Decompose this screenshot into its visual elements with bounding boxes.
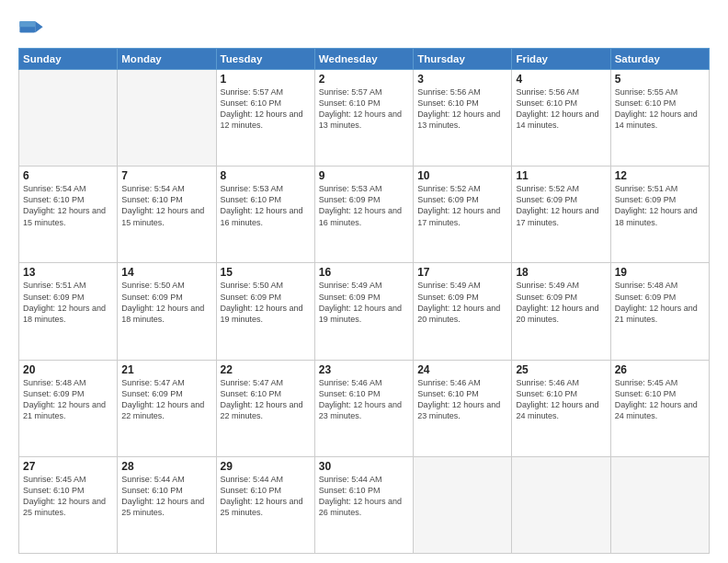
- calendar-cell: 26Sunrise: 5:45 AM Sunset: 6:10 PM Dayli…: [610, 360, 709, 456]
- day-info: Sunrise: 5:52 AM Sunset: 6:09 PM Dayligh…: [417, 183, 507, 228]
- calendar-cell: 11Sunrise: 5:52 AM Sunset: 6:09 PM Dayli…: [512, 167, 610, 263]
- day-info: Sunrise: 5:53 AM Sunset: 6:09 PM Dayligh…: [319, 183, 409, 228]
- day-number: 24: [417, 363, 507, 376]
- day-number: 7: [121, 169, 211, 182]
- day-info: Sunrise: 5:55 AM Sunset: 6:10 PM Dayligh…: [615, 86, 705, 132]
- day-info: Sunrise: 5:48 AM Sunset: 6:09 PM Dayligh…: [23, 377, 113, 422]
- week-row-3: 20Sunrise: 5:48 AM Sunset: 6:09 PM Dayli…: [19, 360, 710, 456]
- day-number: 25: [516, 363, 606, 376]
- col-header-monday: Monday: [118, 49, 216, 70]
- day-number: 19: [615, 266, 705, 279]
- calendar-cell: 14Sunrise: 5:50 AM Sunset: 6:09 PM Dayli…: [118, 263, 216, 360]
- day-number: 28: [121, 460, 211, 473]
- calendar-cell: [512, 456, 610, 553]
- calendar-cell: 5Sunrise: 5:55 AM Sunset: 6:10 PM Daylig…: [610, 70, 709, 167]
- day-info: Sunrise: 5:45 AM Sunset: 6:10 PM Dayligh…: [615, 377, 705, 422]
- day-info: Sunrise: 5:56 AM Sunset: 6:10 PM Dayligh…: [417, 86, 507, 132]
- calendar-cell: 29Sunrise: 5:44 AM Sunset: 6:10 PM Dayli…: [216, 456, 314, 553]
- day-number: 5: [615, 73, 705, 86]
- calendar-cell: 30Sunrise: 5:44 AM Sunset: 6:10 PM Dayli…: [314, 456, 413, 553]
- day-info: Sunrise: 5:54 AM Sunset: 6:10 PM Dayligh…: [23, 183, 113, 228]
- day-info: Sunrise: 5:46 AM Sunset: 6:10 PM Dayligh…: [417, 377, 507, 422]
- calendar-cell: 4Sunrise: 5:56 AM Sunset: 6:10 PM Daylig…: [512, 70, 610, 167]
- day-number: 8: [221, 169, 311, 182]
- day-info: Sunrise: 5:51 AM Sunset: 6:09 PM Dayligh…: [23, 280, 113, 325]
- calendar-cell: 28Sunrise: 5:44 AM Sunset: 6:10 PM Dayli…: [118, 456, 216, 553]
- calendar-cell: 3Sunrise: 5:56 AM Sunset: 6:10 PM Daylig…: [414, 70, 512, 167]
- day-number: 23: [319, 363, 409, 376]
- calendar-cell: 16Sunrise: 5:49 AM Sunset: 6:09 PM Dayli…: [314, 263, 413, 360]
- day-info: Sunrise: 5:46 AM Sunset: 6:10 PM Dayligh…: [319, 377, 409, 422]
- day-info: Sunrise: 5:49 AM Sunset: 6:09 PM Dayligh…: [516, 280, 606, 325]
- calendar-cell: 10Sunrise: 5:52 AM Sunset: 6:09 PM Dayli…: [414, 167, 512, 263]
- calendar-cell: [610, 456, 709, 553]
- day-info: Sunrise: 5:54 AM Sunset: 6:10 PM Dayligh…: [121, 183, 211, 228]
- day-number: 29: [221, 460, 311, 473]
- day-number: 27: [23, 460, 113, 473]
- day-info: Sunrise: 5:56 AM Sunset: 6:10 PM Dayligh…: [516, 86, 606, 132]
- calendar-cell: 18Sunrise: 5:49 AM Sunset: 6:09 PM Dayli…: [512, 263, 610, 360]
- calendar-cell: 19Sunrise: 5:48 AM Sunset: 6:09 PM Dayli…: [610, 263, 709, 360]
- day-info: Sunrise: 5:49 AM Sunset: 6:09 PM Dayligh…: [417, 280, 507, 325]
- day-number: 4: [516, 73, 606, 86]
- col-header-wednesday: Wednesday: [314, 49, 413, 70]
- day-info: Sunrise: 5:47 AM Sunset: 6:10 PM Dayligh…: [221, 377, 311, 422]
- calendar-header-row: SundayMondayTuesdayWednesdayThursdayFrid…: [19, 49, 710, 70]
- week-row-0: 1Sunrise: 5:57 AM Sunset: 6:10 PM Daylig…: [19, 70, 710, 167]
- day-number: 30: [319, 460, 409, 473]
- calendar-cell: 24Sunrise: 5:46 AM Sunset: 6:10 PM Dayli…: [414, 360, 512, 456]
- logo-icon: [18, 15, 44, 40]
- calendar-cell: 7Sunrise: 5:54 AM Sunset: 6:10 PM Daylig…: [118, 167, 216, 263]
- day-info: Sunrise: 5:44 AM Sunset: 6:10 PM Dayligh…: [221, 474, 311, 519]
- day-number: 2: [319, 73, 409, 86]
- calendar-cell: 12Sunrise: 5:51 AM Sunset: 6:09 PM Dayli…: [610, 167, 709, 263]
- day-info: Sunrise: 5:51 AM Sunset: 6:09 PM Dayligh…: [615, 183, 705, 228]
- calendar-cell: 23Sunrise: 5:46 AM Sunset: 6:10 PM Dayli…: [314, 360, 413, 456]
- calendar: SundayMondayTuesdayWednesdayThursdayFrid…: [18, 48, 710, 554]
- day-info: Sunrise: 5:50 AM Sunset: 6:09 PM Dayligh…: [121, 280, 211, 325]
- day-number: 15: [221, 266, 311, 279]
- calendar-cell: 9Sunrise: 5:53 AM Sunset: 6:09 PM Daylig…: [314, 167, 413, 263]
- calendar-cell: [414, 456, 512, 553]
- day-info: Sunrise: 5:57 AM Sunset: 6:10 PM Dayligh…: [319, 86, 409, 132]
- day-number: 26: [615, 363, 705, 376]
- day-number: 12: [615, 169, 705, 182]
- day-number: 11: [516, 169, 606, 182]
- calendar-cell: 25Sunrise: 5:46 AM Sunset: 6:10 PM Dayli…: [512, 360, 610, 456]
- header: [18, 15, 710, 40]
- day-info: Sunrise: 5:48 AM Sunset: 6:09 PM Dayligh…: [615, 280, 705, 325]
- calendar-cell: 21Sunrise: 5:47 AM Sunset: 6:09 PM Dayli…: [118, 360, 216, 456]
- day-number: 10: [417, 169, 507, 182]
- day-info: Sunrise: 5:52 AM Sunset: 6:09 PM Dayligh…: [516, 183, 606, 228]
- calendar-cell: 2Sunrise: 5:57 AM Sunset: 6:10 PM Daylig…: [314, 70, 413, 167]
- col-header-friday: Friday: [512, 49, 610, 70]
- calendar-cell: 17Sunrise: 5:49 AM Sunset: 6:09 PM Dayli…: [414, 263, 512, 360]
- calendar-cell: 1Sunrise: 5:57 AM Sunset: 6:10 PM Daylig…: [216, 70, 314, 167]
- col-header-thursday: Thursday: [414, 49, 512, 70]
- day-number: 1: [221, 73, 311, 86]
- day-number: 6: [23, 169, 113, 182]
- day-number: 21: [121, 363, 211, 376]
- calendar-cell: 6Sunrise: 5:54 AM Sunset: 6:10 PM Daylig…: [19, 167, 118, 263]
- col-header-saturday: Saturday: [610, 49, 709, 70]
- day-info: Sunrise: 5:53 AM Sunset: 6:10 PM Dayligh…: [221, 183, 311, 228]
- day-number: 17: [417, 266, 507, 279]
- day-number: 14: [121, 266, 211, 279]
- day-number: 16: [319, 266, 409, 279]
- day-info: Sunrise: 5:50 AM Sunset: 6:09 PM Dayligh…: [221, 280, 311, 325]
- day-number: 20: [23, 363, 113, 376]
- day-info: Sunrise: 5:46 AM Sunset: 6:10 PM Dayligh…: [516, 377, 606, 422]
- calendar-cell: [118, 70, 216, 167]
- week-row-1: 6Sunrise: 5:54 AM Sunset: 6:10 PM Daylig…: [19, 167, 710, 263]
- calendar-cell: 13Sunrise: 5:51 AM Sunset: 6:09 PM Dayli…: [19, 263, 118, 360]
- calendar-cell: 15Sunrise: 5:50 AM Sunset: 6:09 PM Dayli…: [216, 263, 314, 360]
- calendar-cell: 8Sunrise: 5:53 AM Sunset: 6:10 PM Daylig…: [216, 167, 314, 263]
- day-info: Sunrise: 5:44 AM Sunset: 6:10 PM Dayligh…: [319, 474, 409, 519]
- week-row-4: 27Sunrise: 5:45 AM Sunset: 6:10 PM Dayli…: [19, 456, 710, 553]
- day-number: 22: [221, 363, 311, 376]
- day-info: Sunrise: 5:45 AM Sunset: 6:10 PM Dayligh…: [23, 474, 113, 519]
- calendar-cell: [19, 70, 118, 167]
- day-info: Sunrise: 5:47 AM Sunset: 6:09 PM Dayligh…: [121, 377, 211, 422]
- week-row-2: 13Sunrise: 5:51 AM Sunset: 6:09 PM Dayli…: [19, 263, 710, 360]
- calendar-cell: 20Sunrise: 5:48 AM Sunset: 6:09 PM Dayli…: [19, 360, 118, 456]
